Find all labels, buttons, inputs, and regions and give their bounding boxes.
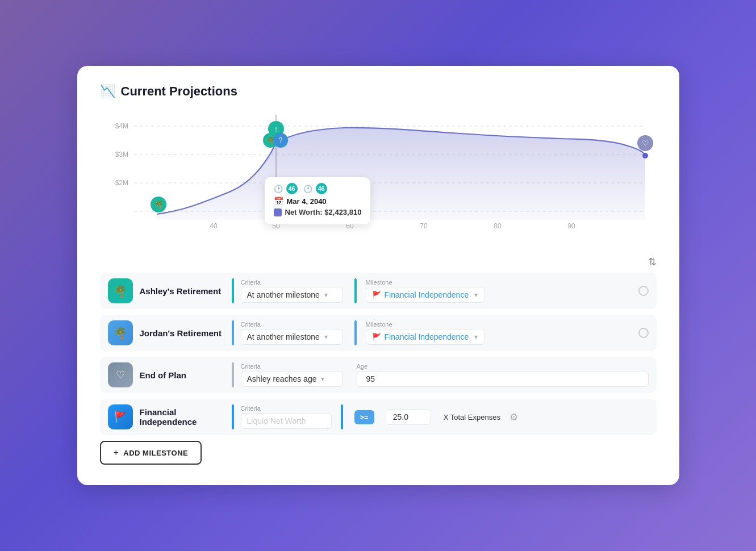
milestone-divider2 xyxy=(354,320,357,345)
gear-icon[interactable]: ⚙ xyxy=(509,411,518,423)
milestone-divider2 xyxy=(341,404,343,429)
x-expenses-label: X Total Expenses xyxy=(444,413,500,421)
main-card: 📉 Current Projections $4M $3M $2M 40 50 … xyxy=(77,66,679,485)
milestone-divider xyxy=(232,362,234,387)
milestone-icon-fi: 🚩 xyxy=(108,404,133,429)
criteria-label: Criteria xyxy=(241,279,343,286)
radio-button-jordans[interactable] xyxy=(638,328,649,338)
tooltip-date: Mar 4, 2040 xyxy=(287,197,327,206)
svg-point-14 xyxy=(642,153,648,158)
chevron-down-icon: ▾ xyxy=(474,333,478,341)
chart-container: $4M $3M $2M 40 50 60 70 80 90 xyxy=(100,109,657,245)
fi-value[interactable]: 25.0 xyxy=(386,409,431,425)
milestone-icon-jordans-retirement: 🌴 xyxy=(108,320,133,345)
criteria-select-end-of-plan[interactable]: Ashley reaches age ▾ xyxy=(241,371,343,387)
svg-text:?: ? xyxy=(278,136,282,144)
age-block-end-of-plan: Age 95 xyxy=(357,363,649,387)
chart-icon: 📉 xyxy=(100,84,115,99)
chevron-down-icon: ▾ xyxy=(324,291,328,299)
milestone-label: Milestone xyxy=(366,321,485,328)
tooltip-date-row: 📅 Mar 4, 2040 xyxy=(274,197,362,206)
criteria-block-fi: Criteria Liquid Net Worth xyxy=(241,405,332,429)
milestone-name-jordans-retirement: Jordan's Retirement xyxy=(140,328,225,338)
milestone-divider xyxy=(232,404,234,429)
milestone-block-ashleys: Milestone 🚩 Financial Independence ▾ xyxy=(366,279,485,303)
gte-operator: >= xyxy=(354,410,374,424)
tooltip-age1: 46 xyxy=(286,183,298,194)
age-value[interactable]: 95 xyxy=(357,371,649,387)
svg-text:40: 40 xyxy=(210,222,218,230)
milestone-name-ashleys-retirement: Ashley's Retirement xyxy=(140,286,225,296)
milestone-row: 🌴 Jordan's Retirement Criteria At anothe… xyxy=(100,315,657,351)
milestone-divider xyxy=(232,278,234,303)
fi-criteria-input[interactable]: Liquid Net Worth xyxy=(241,413,332,429)
milestone-divider2 xyxy=(354,278,357,303)
svg-text:↑: ↑ xyxy=(274,124,278,133)
sort-icon[interactable]: ⇅ xyxy=(648,256,657,268)
chevron-down-icon: ▾ xyxy=(321,375,324,383)
milestone-select-ashleys[interactable]: 🚩 Financial Independence ▾ xyxy=(366,287,485,303)
milestone-row: 🚩 Financial Independence Criteria Liquid… xyxy=(100,399,657,435)
milestone-select-jordans[interactable]: 🚩 Financial Independence ▾ xyxy=(366,329,485,345)
milestone-icon-ashleys-retirement: 🌴 xyxy=(108,278,133,303)
criteria-block-ashleys: Criteria At another milestone ▾ xyxy=(241,279,343,303)
page-title: Current Projections xyxy=(121,84,237,99)
chevron-down-icon: ▾ xyxy=(324,333,328,341)
milestone-name-fi: Financial Independence xyxy=(140,407,225,427)
tooltip-networth-row: Net Worth: $2,423,810 xyxy=(274,208,362,216)
milestone-name-end-of-plan: End of Plan xyxy=(140,370,225,380)
milestone-row: ♡ End of Plan Criteria Ashley reaches ag… xyxy=(100,357,657,393)
svg-text:♡: ♡ xyxy=(641,139,649,148)
milestone-label: Milestone xyxy=(366,279,485,286)
milestone-divider xyxy=(232,320,234,345)
svg-text:$3M: $3M xyxy=(115,151,128,158)
milestone-row: 🌴 Ashley's Retirement Criteria At anothe… xyxy=(100,273,657,309)
svg-text:70: 70 xyxy=(420,222,428,230)
criteria-label: Criteria xyxy=(241,405,332,412)
plus-icon: + xyxy=(114,448,119,458)
svg-text:🌴: 🌴 xyxy=(153,200,164,210)
svg-text:80: 80 xyxy=(494,222,502,230)
title-row: 📉 Current Projections xyxy=(100,84,657,99)
milestones-header: ⇅ xyxy=(100,256,657,268)
criteria-label: Criteria xyxy=(241,321,343,328)
svg-text:$2M: $2M xyxy=(115,179,128,187)
milestone-block-jordans: Milestone 🚩 Financial Independence ▾ xyxy=(366,321,485,345)
tooltip-age2: 46 xyxy=(316,183,327,194)
age-label: Age xyxy=(357,363,649,370)
tooltip-ages: 🕐 46 🕐 46 xyxy=(274,183,362,194)
chart-svg: $4M $3M $2M 40 50 60 70 80 90 xyxy=(100,109,657,234)
svg-text:$4M: $4M xyxy=(115,122,128,130)
svg-text:90: 90 xyxy=(567,222,575,230)
milestone-icon-end-of-plan: ♡ xyxy=(108,362,133,387)
chart-tooltip: 🕐 46 🕐 46 📅 Mar 4, 2040 Net Worth: $2,42… xyxy=(265,177,371,224)
tooltip-networth: Net Worth: $2,423,810 xyxy=(285,208,362,216)
add-milestone-button[interactable]: + ADD MILESTONE xyxy=(100,441,202,465)
radio-button-ashleys[interactable] xyxy=(638,286,649,296)
criteria-select-jordans[interactable]: At another milestone ▾ xyxy=(241,329,343,345)
criteria-select-ashleys[interactable]: At another milestone ▾ xyxy=(241,287,343,303)
criteria-label: Criteria xyxy=(241,363,343,370)
criteria-block-end-of-plan: Criteria Ashley reaches age ▾ xyxy=(241,363,343,387)
criteria-block-jordans: Criteria At another milestone ▾ xyxy=(241,321,343,345)
chevron-down-icon: ▾ xyxy=(474,291,478,299)
